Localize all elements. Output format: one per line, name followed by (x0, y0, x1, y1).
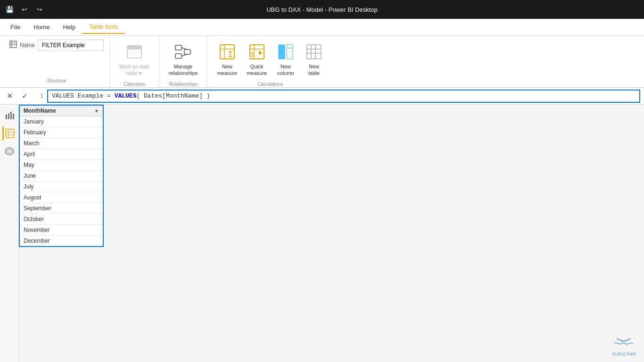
mark-date-table-label: Mark as datetable ▾ (119, 63, 149, 77)
svg-text:∑: ∑ (228, 49, 233, 58)
ribbon: Name Structure (0, 36, 644, 88)
calendars-controls: Mark as datetable ▾ (116, 40, 153, 80)
formula-text: VALUES Example = VALUES( Dates[MonthName… (52, 92, 210, 99)
column-header-text: MonthName (24, 107, 91, 114)
subscribe-text: SUBSCRIBE (612, 352, 636, 356)
svg-marker-41 (6, 148, 13, 155)
undo-icon[interactable]: ↩ (21, 6, 28, 13)
formula-input[interactable]: VALUES Example = VALUES( Dates[MonthName… (47, 90, 640, 103)
name-label: Name (20, 42, 35, 49)
data-table: MonthName ▼ January February March April… (19, 105, 104, 247)
title-bar-icons: 💾 ↩ ↪ (6, 6, 43, 13)
new-measure-button[interactable]: ∑ Newmeasure (213, 40, 241, 80)
table-row: September (20, 203, 103, 214)
left-sidebar (0, 105, 19, 362)
quick-measure-button[interactable]: ∑ Quickmeasure (243, 40, 271, 80)
svg-rect-5 (127, 46, 141, 49)
svg-text:∑: ∑ (251, 51, 254, 57)
table-row: May (20, 160, 103, 171)
new-measure-icon: ∑ (218, 42, 237, 61)
new-column-label: Newcolumn (277, 63, 294, 77)
ribbon-section-calendars: Mark as datetable ▾ Calendars (110, 36, 159, 87)
menu-bar: File Home Help Table tools (0, 19, 644, 36)
quick-measure-icon: ∑ (248, 42, 266, 61)
calculations-controls: ∑ Newmeasure ∑ Quickmeasure (213, 40, 327, 80)
quick-measure-label: Quickmeasure (247, 63, 267, 77)
table-row: October (20, 214, 103, 225)
table-row: February (20, 127, 103, 138)
mark-as-date-table-button[interactable]: Mark as datetable ▾ (116, 40, 153, 80)
manage-rel-icon (173, 42, 192, 61)
table-row: December (20, 236, 103, 246)
svg-rect-12 (175, 54, 182, 58)
sort-icon[interactable]: ▼ (94, 108, 99, 114)
content-area: MonthName ▼ January February March April… (19, 105, 644, 362)
table-row: June (20, 171, 103, 181)
menu-home[interactable]: Home (27, 21, 57, 33)
confirm-formula-button[interactable]: ✓ (19, 90, 30, 102)
table-icon (9, 41, 17, 50)
new-table-icon (305, 42, 323, 61)
menu-help[interactable]: Help (57, 21, 83, 33)
svg-rect-34 (8, 113, 9, 119)
new-measure-label: Newmeasure (217, 63, 237, 77)
svg-rect-13 (184, 49, 190, 54)
svg-rect-28 (307, 45, 321, 59)
manage-relationships-button[interactable]: Managerelationships (165, 40, 202, 80)
table-row: July (20, 181, 103, 192)
svg-rect-26 (287, 45, 293, 59)
menu-file[interactable]: File (4, 21, 27, 33)
table-row: January (20, 116, 103, 127)
app-title: UBG to DAX - Model - Power BI Desktop (266, 6, 378, 13)
main-area: MonthName ▼ January February March April… (0, 105, 644, 362)
svg-rect-0 (10, 41, 17, 48)
svg-rect-11 (175, 45, 182, 50)
new-table-button[interactable]: Newtable (301, 40, 327, 80)
table-row: November (20, 225, 103, 236)
svg-line-15 (182, 54, 187, 56)
calendar-icon (125, 42, 144, 61)
svg-marker-42 (8, 149, 11, 153)
manage-relationships-label: Managerelationships (169, 63, 198, 77)
svg-rect-36 (13, 114, 14, 119)
ribbon-section-structure: Name Structure (4, 36, 110, 87)
new-table-label: Newtable (308, 63, 320, 77)
title-bar: 💾 ↩ ↪ UBG to DAX - Model - Power BI Desk… (0, 0, 644, 19)
watermark-text: SUBSCRIBE (612, 337, 636, 356)
new-column-icon (276, 42, 295, 61)
menu-table-tools[interactable]: Table tools (82, 20, 124, 34)
svg-line-14 (182, 48, 187, 49)
formula-line-number: 1 (34, 93, 43, 99)
cancel-formula-button[interactable]: ✕ (4, 90, 15, 102)
svg-rect-35 (10, 112, 12, 119)
sidebar-report-icon[interactable] (2, 108, 17, 123)
ribbon-section-relationships: Managerelationships Relationships (159, 36, 208, 87)
sidebar-model-icon[interactable] (2, 144, 17, 158)
svg-rect-37 (6, 129, 14, 138)
table-header: MonthName ▼ (20, 106, 103, 116)
save-icon[interactable]: 💾 (6, 6, 13, 13)
structure-label: Structure (9, 76, 104, 83)
ribbon-section-calculations: ∑ Newmeasure ∑ Quickmeasure (207, 36, 333, 87)
svg-marker-23 (259, 50, 263, 55)
table-row: August (20, 192, 103, 203)
table-row: March (20, 138, 103, 149)
redo-icon[interactable]: ↪ (36, 6, 43, 13)
calendars-label: Calendars (116, 80, 153, 87)
calculations-label: Calculations (213, 80, 327, 87)
table-row: April (20, 149, 103, 160)
svg-rect-33 (6, 115, 7, 119)
svg-rect-25 (279, 45, 285, 59)
relationships-label: Relationships (165, 80, 202, 87)
name-input[interactable] (38, 40, 104, 51)
sidebar-data-icon[interactable] (2, 126, 17, 140)
formula-bar: ✕ ✓ 1 VALUES Example = VALUES( Dates[Mon… (0, 88, 644, 105)
new-column-button[interactable]: Newcolumn (272, 40, 299, 80)
relationships-controls: Managerelationships (165, 40, 202, 80)
